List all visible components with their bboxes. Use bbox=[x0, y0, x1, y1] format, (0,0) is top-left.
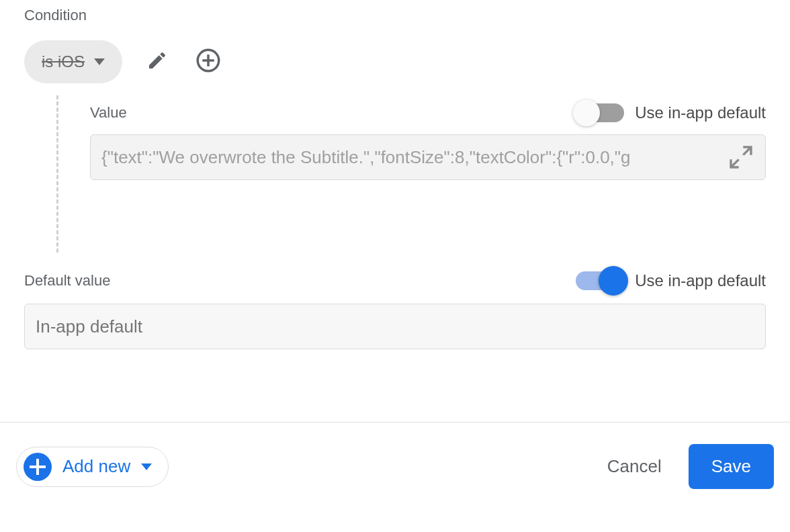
default-value-input[interactable]: In-app default bbox=[24, 304, 766, 349]
edit-condition-button[interactable] bbox=[141, 46, 173, 78]
add-new-button[interactable]: Add new bbox=[16, 447, 169, 487]
condition-use-default-toggle[interactable] bbox=[576, 103, 624, 122]
footer: Add new Cancel Save bbox=[0, 422, 790, 489]
toggle-knob bbox=[573, 99, 600, 126]
condition-section-label: Condition bbox=[24, 7, 766, 24]
condition-value-block: Value Use in-app default {"text":"We ove… bbox=[24, 103, 766, 258]
condition-chip-row: is iOS bbox=[24, 40, 766, 83]
plus-circle-icon bbox=[24, 453, 52, 481]
plus-circle-icon bbox=[194, 46, 222, 77]
add-new-label: Add new bbox=[62, 456, 130, 477]
svg-line-0 bbox=[743, 147, 751, 155]
svg-line-1 bbox=[731, 159, 739, 167]
expand-icon[interactable] bbox=[728, 144, 754, 171]
condition-toggle-label: Use in-app default bbox=[635, 103, 766, 122]
save-button[interactable]: Save bbox=[689, 444, 774, 489]
default-value-label: Default value bbox=[24, 272, 110, 290]
value-label: Value bbox=[90, 104, 127, 122]
condition-chip-is-ios[interactable]: is iOS bbox=[24, 40, 122, 83]
condition-value-input[interactable]: {"text":"We overwrote the Subtitle.","fo… bbox=[90, 134, 766, 180]
default-value-block: Default value Use in-app default In-app … bbox=[24, 271, 766, 349]
default-use-default-toggle[interactable] bbox=[576, 271, 624, 290]
default-toggle-label: Use in-app default bbox=[635, 271, 766, 290]
cancel-button[interactable]: Cancel bbox=[607, 456, 662, 477]
toggle-knob bbox=[599, 266, 628, 296]
pencil-icon bbox=[146, 50, 168, 74]
chevron-down-icon bbox=[141, 463, 152, 470]
condition-chip-label: is iOS bbox=[42, 52, 85, 71]
default-value-text: In-app default bbox=[36, 316, 142, 337]
condition-value-text: {"text":"We overwrote the Subtitle.","fo… bbox=[101, 147, 719, 168]
chevron-down-icon bbox=[94, 58, 105, 65]
add-condition-button[interactable] bbox=[192, 46, 224, 78]
